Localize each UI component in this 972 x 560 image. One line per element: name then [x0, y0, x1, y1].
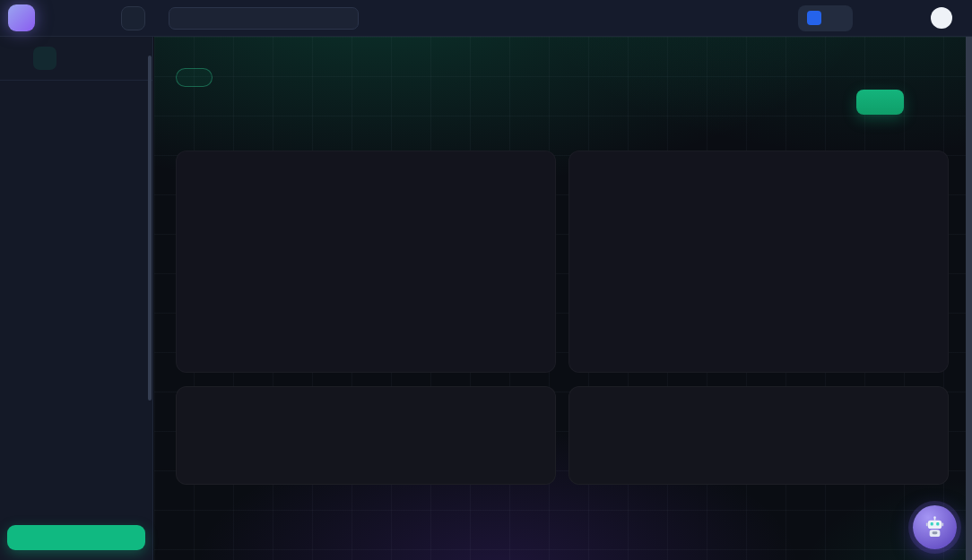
- sidebar-footer: [0, 517, 152, 560]
- main-content: [154, 37, 972, 560]
- org-logo: [807, 11, 821, 25]
- truck-icon: [871, 97, 882, 108]
- sidebar: [0, 37, 153, 560]
- volume-trend-header: [177, 151, 555, 176]
- pie-chart-icon: [582, 164, 594, 176]
- top-header: [0, 0, 972, 37]
- sidebar-collapse-button[interactable]: [121, 6, 145, 30]
- donut-wrap: [569, 177, 948, 360]
- warning-icon: [189, 399, 201, 410]
- recent-activity-header: [582, 399, 935, 410]
- network-icon: [187, 73, 196, 82]
- hero-actions: [856, 90, 949, 115]
- sidebar-scrollbar[interactable]: [148, 56, 152, 401]
- clock-icon: [582, 399, 594, 410]
- brand-logo: [8, 4, 35, 31]
- org-switcher[interactable]: [798, 5, 853, 31]
- charts-row: [176, 151, 949, 373]
- sidebar-nav: [0, 81, 152, 517]
- search-input[interactable]: [195, 12, 350, 24]
- search-icon: [178, 13, 188, 23]
- robot-icon: [923, 515, 947, 539]
- expiring-contracts-card: [176, 386, 556, 485]
- user-menu[interactable]: [931, 7, 959, 29]
- recent-activity-card: [568, 386, 949, 485]
- plus-icon: [68, 532, 79, 543]
- status-donut-chart: [683, 194, 834, 344]
- theme-toggle-button[interactable]: [870, 10, 883, 26]
- hub-badge: [176, 68, 213, 87]
- volume-trend-panel: [176, 151, 556, 373]
- expiring-contracts-header: [189, 399, 542, 410]
- chatbot-button[interactable]: [913, 505, 957, 549]
- module-header: [0, 37, 152, 81]
- line-chart-icon: [189, 164, 201, 176]
- new-shipment-button[interactable]: [856, 90, 904, 115]
- chevron-left-icon: [127, 13, 139, 24]
- sun-icon: [870, 10, 883, 23]
- supply-chain-icon: [33, 47, 56, 70]
- chevron-down-icon: [834, 13, 844, 23]
- trend-icon: [924, 97, 935, 108]
- global-search[interactable]: [169, 7, 359, 30]
- donut-legend: [569, 360, 948, 372]
- hero-text: [176, 68, 213, 96]
- brand-area: [0, 0, 153, 36]
- notifications-button[interactable]: [900, 10, 914, 26]
- avatar: [931, 7, 952, 29]
- bottom-row: [176, 386, 949, 485]
- sidebar-new-shipment-button[interactable]: [7, 525, 145, 550]
- volume-line-chart: [189, 187, 544, 366]
- bell-icon: [900, 10, 914, 23]
- hero-section: [176, 37, 949, 115]
- status-breakdown-header: [569, 151, 948, 176]
- forecast-button[interactable]: [916, 90, 949, 115]
- back-button[interactable]: [11, 50, 24, 66]
- arrow-left-icon: [11, 50, 24, 64]
- main-scrollbar[interactable]: [966, 37, 972, 560]
- status-breakdown-panel: [568, 151, 949, 373]
